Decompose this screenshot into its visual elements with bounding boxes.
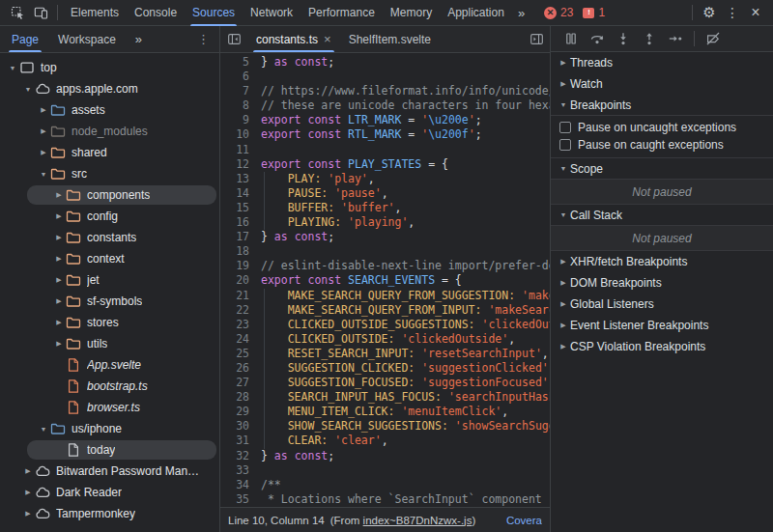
settings-gear-icon[interactable]: ⚙	[698, 1, 721, 24]
line-number[interactable]: 15	[220, 201, 249, 215]
tree-item-src[interactable]: ▼src	[0, 163, 219, 184]
tree-arrow-closed-icon[interactable]: ▶	[21, 467, 35, 475]
section-xhr-fetch-breakpoints[interactable]: ▶XHR/fetch Breakpoints	[551, 251, 773, 272]
tree-arrow-closed-icon[interactable]: ▶	[21, 510, 35, 518]
tree-item-shared[interactable]: ▶shared	[0, 142, 219, 163]
tree-item-top[interactable]: ▼top	[0, 57, 219, 78]
section-arrow-closed-icon[interactable]: ▶	[557, 322, 570, 329]
line-number[interactable]: 28	[220, 390, 249, 405]
line-number[interactable]: 11	[220, 143, 249, 157]
tree-item-bootstrap-ts[interactable]: bootstrap.ts	[0, 376, 219, 397]
tree-arrow-closed-icon[interactable]: ▶	[52, 234, 66, 241]
code-line-16[interactable]: 16PLAYING: 'playing',	[220, 215, 550, 230]
code-line-8[interactable]: 8// these are unicode characters in four…	[220, 98, 550, 113]
issue-count[interactable]: 1	[598, 6, 605, 19]
code-line-10[interactable]: 10export const RTL_MARK = '\u200f';	[220, 127, 550, 142]
tree-item-apps-apple-com[interactable]: ▼apps.apple.com	[0, 78, 219, 99]
line-number[interactable]: 14	[220, 186, 249, 201]
tree-item-browser-ts[interactable]: browser.ts	[0, 397, 219, 418]
tree-item-jet[interactable]: ▶jet	[0, 269, 219, 291]
more-panels-button[interactable]: »	[512, 6, 530, 20]
code-line-21[interactable]: 21MAKE_SEARCH_QUERY_FROM_SUGGESTION: 'ma…	[220, 289, 550, 303]
navigator-more-tabs-button[interactable]: »	[126, 26, 152, 52]
navigator-kebab-menu-icon[interactable]: ⋮	[189, 26, 217, 52]
code-line-24[interactable]: 24CLICKED_OUTSIDE: 'clickedOutside',	[220, 332, 550, 347]
tree-item-us-iphone[interactable]: ▼us/iphone	[0, 418, 219, 439]
tree-arrow-closed-icon[interactable]: ▶	[52, 191, 66, 199]
tree-item-components[interactable]: ▶components	[0, 184, 219, 206]
step-into-button[interactable]	[616, 31, 631, 46]
code-line-9[interactable]: 9export const LTR_MARK = '\u200e';	[220, 113, 550, 127]
line-number[interactable]: 18	[220, 244, 249, 259]
line-number[interactable]: 25	[220, 347, 249, 361]
line-number[interactable]: 34	[220, 478, 249, 492]
section-arrow-open-icon[interactable]: ▼	[557, 211, 570, 218]
line-number[interactable]: 26	[220, 361, 249, 376]
code-line-25[interactable]: 25RESET_SEARCH_INPUT: 'resetSearchInput'…	[220, 347, 550, 361]
code-line-34[interactable]: 34/**	[220, 478, 550, 492]
tree-arrow-closed-icon[interactable]: ▶	[52, 319, 66, 326]
tree-arrow-open-icon[interactable]: ▼	[37, 426, 50, 433]
line-number[interactable]: 8	[220, 98, 249, 113]
tree-item-context[interactable]: ▶context	[0, 248, 219, 269]
checkbox-row-pause-on-caught-exceptions[interactable]: Pause on caught exceptions	[551, 136, 773, 158]
code-line-22[interactable]: 22MAKE_SEARCH_QUERY_FROM_INPUT: 'makeSea…	[220, 303, 550, 318]
error-badge-icon[interactable]: ✕	[544, 7, 557, 19]
sourcemap-link[interactable]: index~B87DnNzwx-.js	[363, 515, 472, 526]
section-watch[interactable]: ▶Watch	[551, 73, 773, 95]
line-number[interactable]: 9	[220, 113, 249, 127]
editor-tab-shelfitem-svelte[interactable]: ShelfItem.svelte	[340, 26, 440, 52]
step-button[interactable]	[668, 31, 683, 46]
checkbox-row-pause-on-uncaught-exceptions[interactable]: Pause on uncaught exceptions	[551, 116, 773, 136]
tree-arrow-open-icon[interactable]: ▼	[37, 171, 50, 178]
checkbox-icon[interactable]	[559, 139, 571, 151]
code-editor[interactable]: 5} as const;67// https://www.fileformat.…	[220, 53, 550, 507]
code-line-27[interactable]: 27SUGGESTION_FOCUSED: 'suggestionFocused…	[220, 376, 550, 390]
tree-item-dark-reader[interactable]: ▶Dark Reader	[0, 482, 219, 503]
line-number[interactable]: 30	[220, 419, 249, 434]
code-line-6[interactable]: 6	[220, 70, 550, 84]
code-line-23[interactable]: 23CLICKED_OUTSIDE_SUGGESTIONS: 'clickedO…	[220, 318, 550, 332]
tree-item-tampermonkey[interactable]: ▶Tampermonkey	[0, 503, 219, 524]
tree-arrow-closed-icon[interactable]: ▶	[37, 149, 50, 156]
code-line-31[interactable]: 31CLEAR: 'clear',	[220, 434, 550, 448]
section-arrow-open-icon[interactable]: ▼	[557, 101, 570, 108]
code-line-30[interactable]: 30SHOW_SEARCH_SUGGESTIONS: 'showSearchSu…	[220, 419, 550, 434]
code-line-33[interactable]: 33	[220, 463, 550, 478]
tree-arrow-open-icon[interactable]: ▼	[6, 65, 19, 71]
tree-arrow-closed-icon[interactable]: ▶	[21, 489, 35, 496]
tree-item-sf-symbols[interactable]: ▶sf-symbols	[0, 291, 219, 312]
code-line-14[interactable]: 14PAUSE: 'pause',	[220, 186, 550, 201]
close-icon[interactable]: ×	[744, 1, 767, 24]
tree-arrow-open-icon[interactable]: ▼	[21, 86, 35, 93]
section-threads[interactable]: ▶Threads	[551, 52, 773, 73]
line-number[interactable]: 16	[220, 215, 249, 230]
line-number[interactable]: 23	[220, 318, 249, 332]
section-breakpoints[interactable]: ▼Breakpoints	[551, 95, 773, 116]
section-arrow-closed-icon[interactable]: ▶	[557, 279, 570, 287]
code-line-28[interactable]: 28SEARCH_INPUT_HAS_FOCUS: 'searchInputHa…	[220, 390, 550, 405]
tree-arrow-closed-icon[interactable]: ▶	[37, 127, 50, 135]
kebab-menu-icon[interactable]: ⋮	[721, 1, 744, 24]
step-over-button[interactable]	[589, 31, 605, 46]
hide-navigator-icon[interactable]	[220, 26, 247, 52]
code-line-12[interactable]: 12export const PLAY_STATES = {	[220, 157, 550, 172]
section-csp-violation-breakpoints[interactable]: ▶CSP Violation Breakpoints	[551, 336, 773, 357]
code-line-29[interactable]: 29MENU_ITEM_CLICK: 'menuItemClick',	[220, 405, 550, 419]
section-scope[interactable]: ▼Scope	[551, 158, 773, 180]
step-out-button[interactable]	[642, 31, 657, 46]
code-line-26[interactable]: 26SUGGESTION_CLICKED: 'suggestionClicked…	[220, 361, 550, 376]
line-number[interactable]: 17	[220, 230, 249, 244]
code-line-7[interactable]: 7// https://www.fileformat.info/info/uni…	[220, 84, 550, 98]
tree-item-constants[interactable]: ▶constants	[0, 227, 219, 248]
line-number[interactable]: 32	[220, 449, 249, 463]
pause-button[interactable]	[563, 31, 579, 46]
line-number[interactable]: 33	[220, 463, 249, 478]
code-line-19[interactable]: 19// eslint-disable-next-line import/pre…	[220, 259, 550, 273]
tree-item-assets[interactable]: ▶assets	[0, 99, 219, 121]
line-number[interactable]: 29	[220, 405, 249, 419]
tab-memory[interactable]: Memory	[383, 0, 440, 26]
code-line-13[interactable]: 13PLAY: 'play',	[220, 172, 550, 186]
editor-tab-constants-ts[interactable]: constants.ts×	[247, 26, 340, 52]
tree-item-app-svelte[interactable]: App.svelte	[0, 354, 219, 376]
